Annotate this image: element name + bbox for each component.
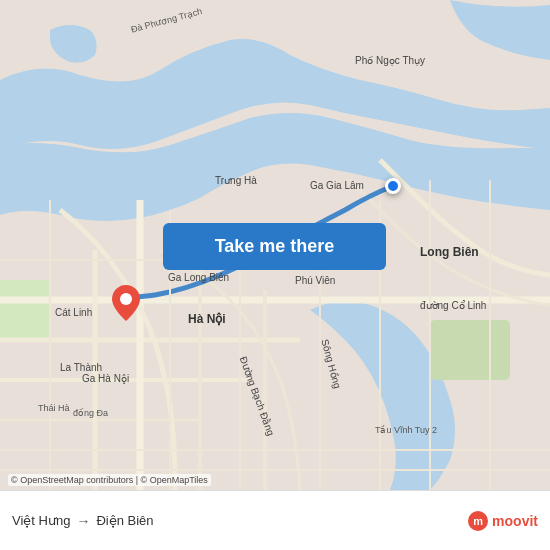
moovit-icon: m: [468, 511, 488, 531]
label-cat-linh: Cát Linh: [55, 307, 92, 318]
label-phu-vien: Phú Viên: [295, 275, 335, 286]
svg-point-21: [120, 293, 132, 305]
label-tau-vinh-tuy: Tầu Vĩnh Tuy 2: [375, 425, 437, 435]
svg-rect-1: [430, 320, 510, 380]
label-ha-noi: Hà Nội: [188, 312, 226, 326]
label-dong-da: đống Đa: [73, 408, 108, 418]
moovit-brand: moovit: [492, 513, 538, 529]
label-ga-gia-lam: Ga Gia Lâm: [310, 180, 364, 191]
destination-pin: [112, 285, 140, 321]
route-info: Việt Hưng → Điện Biên: [12, 513, 154, 529]
label-la-thanh: La Thành: [60, 362, 102, 373]
label-duong-co-linh: đường Cổ Linh: [420, 300, 486, 311]
footer: Việt Hưng → Điện Biên m moovit: [0, 490, 550, 550]
destination-label: Điện Biên: [96, 513, 153, 528]
take-me-there-button[interactable]: Take me there: [163, 223, 386, 270]
label-long-bien: Long Biên: [420, 245, 479, 259]
origin-label: Việt Hưng: [12, 513, 70, 528]
label-ga-ha-noi: Ga Hà Nội: [82, 373, 129, 384]
label-ga-long-bien: Ga Long Biên: [168, 272, 229, 283]
label-pho-ngoc-thuy: Phố Ngọc Thụy: [355, 55, 425, 66]
map-container: Phố Ngọc Thụy Trưng Hà Long Biên Hà Nội …: [0, 0, 550, 490]
route-arrow: →: [76, 513, 90, 529]
label-thai-ha: Thái Hà: [38, 403, 70, 413]
svg-rect-2: [0, 280, 50, 340]
label-trung-ha: Trưng Hà: [215, 175, 257, 186]
moovit-logo: m moovit: [468, 511, 538, 531]
map-attribution: © OpenStreetMap contributors | © OpenMap…: [8, 474, 211, 486]
origin-dot: [385, 178, 401, 194]
